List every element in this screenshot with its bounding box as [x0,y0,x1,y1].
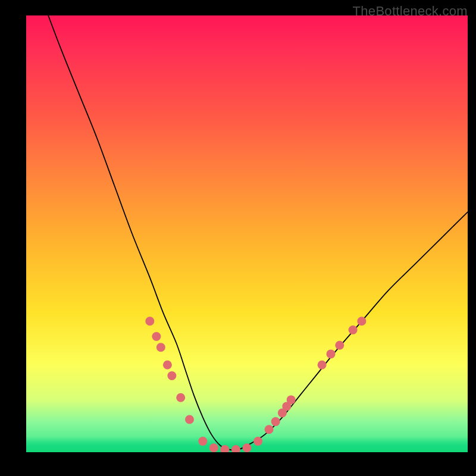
bottleneck-curve [48,15,468,450]
data-marker [357,317,366,325]
data-marker [185,415,194,424]
chart-frame: TheBottleneck.com [0,0,476,476]
data-marker [335,341,344,350]
data-marker [198,437,207,446]
data-marker [156,343,165,352]
data-marker [145,317,154,325]
watermark-text: TheBottleneck.com [353,4,468,19]
data-marker [271,417,280,426]
data-marker [176,393,185,402]
data-marker [327,349,336,358]
data-marker [265,425,274,434]
data-marker [287,395,296,404]
bottleneck-chart-svg [26,15,468,452]
data-markers [145,317,366,452]
data-marker [167,371,176,380]
data-marker [231,445,240,452]
data-marker [209,443,218,452]
data-marker [163,361,172,369]
data-marker [349,325,358,334]
data-marker [318,361,327,369]
data-marker [253,437,262,446]
data-marker [243,443,252,452]
data-marker [152,332,161,341]
